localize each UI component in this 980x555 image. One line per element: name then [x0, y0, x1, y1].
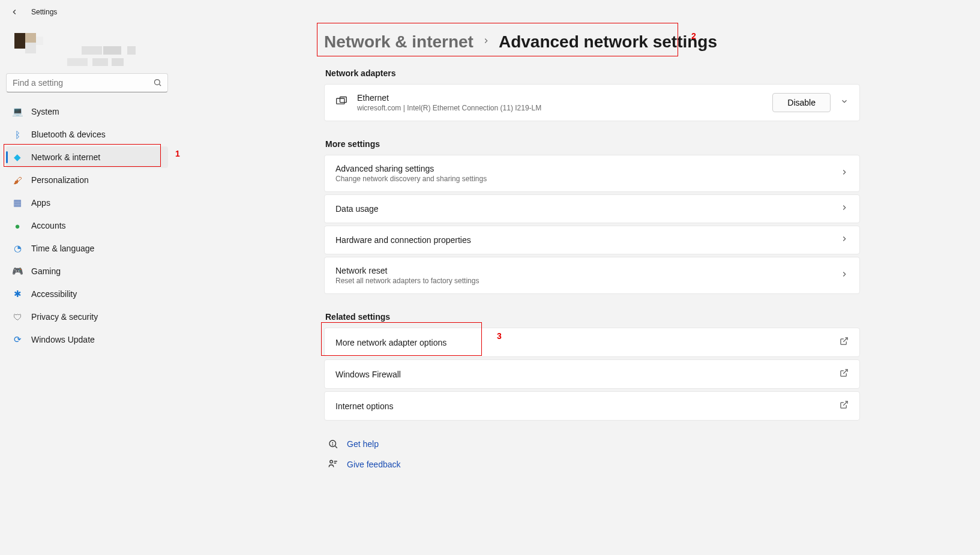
sidebar-item-privacy[interactable]: 🛡Privacy & security	[6, 306, 168, 328]
give-feedback-row[interactable]: Give feedback	[324, 459, 860, 470]
section-network-adapters: Network adapters Ethernet wicresoft.com …	[324, 68, 860, 121]
accounts-icon: ●	[12, 220, 23, 231]
external-link-icon	[840, 337, 849, 348]
sidebar-item-personalization[interactable]: 🖌Personalization	[6, 169, 168, 191]
settings-row[interactable]: Network resetReset all network adapters …	[325, 257, 859, 293]
svg-point-4	[332, 445, 333, 445]
sidebar-item-accessibility[interactable]: ✱Accessibility	[6, 283, 168, 305]
privacy-icon: 🛡	[12, 311, 23, 322]
sidebar-item-accounts[interactable]: ●Accounts	[6, 215, 168, 236]
breadcrumb-parent[interactable]: Network & internet	[324, 32, 473, 52]
user-profile[interactable]	[6, 29, 168, 71]
help-icon	[328, 439, 338, 449]
sidebar-item-label: Gaming	[31, 266, 61, 276]
section-title: Related settings	[325, 312, 860, 322]
adapter-subtitle: wicresoft.com | Intel(R) Ethernet Connec…	[357, 104, 763, 112]
accessibility-icon: ✱	[12, 289, 23, 299]
sidebar-item-gaming[interactable]: 🎮Gaming	[6, 260, 168, 282]
sidebar-item-label: Time & language	[31, 244, 94, 253]
sidebar-item-time[interactable]: ◔Time & language	[6, 238, 168, 259]
ethernet-icon	[335, 95, 347, 110]
row-title: Network reset	[335, 266, 831, 275]
row-title: Advanced sharing settings	[335, 164, 831, 173]
sidebar-item-system[interactable]: 💻System	[6, 101, 168, 122]
settings-row[interactable]: Internet options	[325, 392, 859, 420]
gaming-icon: 🎮	[12, 266, 23, 277]
external-link-icon	[840, 400, 849, 412]
apps-icon: ▦	[12, 197, 23, 208]
main-content: Network & internet Advanced network sett…	[174, 24, 980, 555]
bluetooth-icon: ᛒ	[12, 129, 23, 140]
chevron-down-icon[interactable]	[840, 97, 849, 108]
sidebar-item-label: Windows Update	[31, 335, 95, 344]
svg-point-0	[155, 80, 160, 85]
sidebar-item-apps[interactable]: ▦Apps	[6, 192, 168, 214]
sidebar: 💻SystemᛒBluetooth & devices◆Network & in…	[0, 24, 174, 555]
external-link-icon	[840, 368, 849, 380]
feedback-icon	[328, 459, 338, 470]
sidebar-item-label: Bluetooth & devices	[31, 130, 106, 139]
section-title: More settings	[325, 139, 860, 149]
sidebar-item-label: System	[31, 107, 59, 116]
chevron-right-icon	[840, 168, 849, 179]
chevron-right-icon	[482, 37, 490, 47]
update-icon: ⟳	[12, 334, 23, 345]
section-more-settings: More settings Advanced sharing settingsC…	[324, 139, 860, 294]
settings-row[interactable]: More network adapter options	[325, 328, 859, 356]
breadcrumb-current: Advanced network settings	[499, 32, 717, 52]
sidebar-item-bluetooth[interactable]: ᛒBluetooth & devices	[6, 124, 168, 145]
adapter-title: Ethernet	[357, 93, 763, 103]
titlebar: Settings	[0, 0, 980, 24]
chevron-right-icon	[840, 270, 849, 281]
avatar	[10, 33, 43, 67]
disable-button[interactable]: Disable	[772, 93, 831, 112]
settings-row[interactable]: Data usage	[325, 195, 859, 223]
svg-rect-2	[340, 97, 347, 103]
row-title: Windows Firewall	[335, 370, 830, 379]
settings-row[interactable]: Windows Firewall	[325, 360, 859, 388]
row-title: Hardware and connection properties	[335, 235, 831, 245]
sidebar-item-update[interactable]: ⟳Windows Update	[6, 329, 168, 350]
adapter-row-ethernet[interactable]: Ethernet wicresoft.com | Intel(R) Ethern…	[325, 85, 859, 121]
row-subtitle: Reset all network adapters to factory se…	[335, 277, 831, 285]
get-help-row[interactable]: Get help	[324, 439, 860, 449]
row-title: Data usage	[335, 204, 831, 214]
chevron-right-icon	[840, 235, 849, 245]
system-icon: 💻	[12, 106, 23, 117]
sidebar-item-label: Accessibility	[31, 289, 77, 299]
section-related-settings: Related settings More network adapter op…	[324, 312, 860, 421]
sidebar-item-label: Accounts	[31, 221, 66, 230]
sidebar-item-label: Network & internet	[31, 152, 100, 162]
sidebar-item-label: Privacy & security	[31, 312, 98, 322]
sidebar-item-label: Apps	[31, 198, 50, 208]
row-subtitle: Change network discovery and sharing set…	[335, 175, 831, 183]
chevron-right-icon	[840, 203, 849, 214]
give-feedback-link[interactable]: Give feedback	[347, 460, 401, 469]
search-input[interactable]	[6, 73, 168, 92]
section-title: Network adapters	[325, 68, 860, 78]
nav-list: 💻SystemᛒBluetooth & devices◆Network & in…	[6, 101, 168, 350]
svg-rect-1	[337, 98, 344, 104]
svg-point-5	[330, 460, 333, 463]
get-help-link[interactable]: Get help	[347, 439, 379, 449]
window-title: Settings	[31, 8, 57, 16]
row-title: Internet options	[335, 401, 830, 411]
sidebar-item-network[interactable]: ◆Network & internet	[6, 146, 168, 168]
settings-row[interactable]: Advanced sharing settingsChange network …	[325, 155, 859, 191]
breadcrumb: Network & internet Advanced network sett…	[324, 32, 860, 52]
adapter-card: Ethernet wicresoft.com | Intel(R) Ethern…	[324, 84, 860, 121]
back-button[interactable]	[10, 7, 19, 17]
time-icon: ◔	[12, 243, 23, 254]
settings-row[interactable]: Hardware and connection properties	[325, 226, 859, 254]
row-title: More network adapter options	[335, 338, 830, 347]
network-icon: ◆	[12, 152, 23, 163]
search-icon	[153, 78, 162, 89]
search-container	[6, 73, 168, 92]
personalization-icon: 🖌	[12, 175, 23, 185]
sidebar-item-label: Personalization	[31, 175, 89, 185]
